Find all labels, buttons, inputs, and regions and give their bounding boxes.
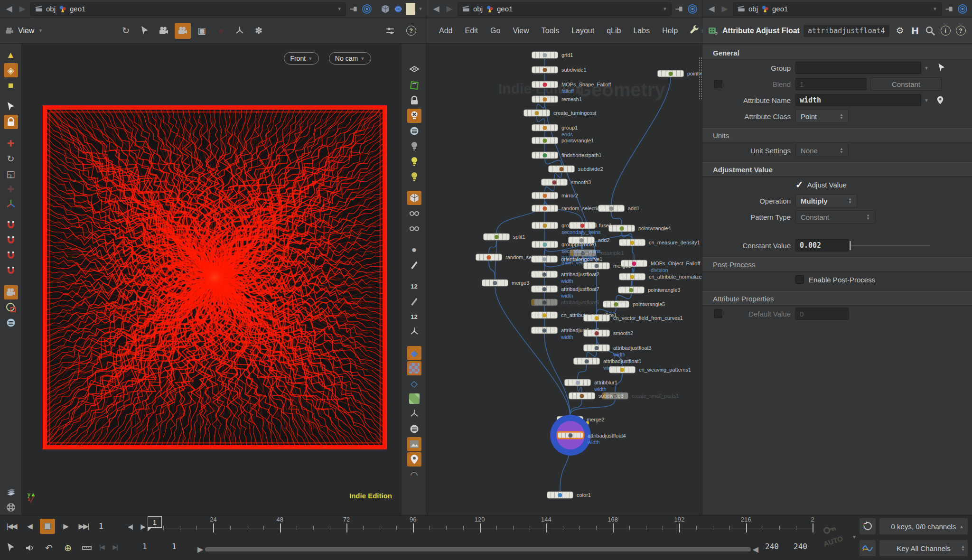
blend-mode-select[interactable]: Constant	[870, 77, 942, 91]
node-pointwrangle1[interactable]: pointwrangle1	[532, 137, 558, 144]
group-select-arrow-icon[interactable]	[936, 63, 947, 73]
breadcrumb[interactable]: obj geo1 ▼	[733, 2, 942, 16]
blend-field[interactable]: 1	[795, 78, 867, 90]
enable-post-process-checkbox[interactable]	[795, 275, 804, 284]
breadcrumb[interactable]: obj geo1 ▼	[458, 2, 672, 16]
flipbook-camera-icon[interactable]	[175, 23, 191, 39]
view-lock-icon[interactable]	[407, 93, 421, 108]
node-cn_vector_field_from_curves1[interactable]: cn_vector_field_from_curves1	[583, 315, 610, 322]
axis-triad-icon[interactable]	[4, 197, 18, 211]
marker-pen-icon[interactable]	[407, 258, 421, 272]
snap-grid-magnet-icon[interactable]	[4, 218, 18, 233]
view-pane-icon[interactable]	[5, 26, 14, 36]
arc-handle-icon[interactable]: ◠	[407, 467, 421, 482]
stop-button[interactable]	[40, 519, 55, 534]
node-remesh1[interactable]: remesh1	[532, 96, 558, 103]
autokey-dropdown-icon[interactable]: ▼	[852, 534, 857, 540]
high-quality-light-icon[interactable]	[407, 154, 421, 168]
node-merge1[interactable]: merge1	[583, 262, 610, 270]
display-options-icon[interactable]: ✽	[251, 23, 267, 39]
point-display-icon[interactable]: ●	[407, 243, 421, 257]
range-start-field[interactable]: 1	[142, 542, 147, 551]
node-random_selection2[interactable]: random_selection2	[476, 254, 502, 261]
menu-item-edit[interactable]: Edit	[459, 25, 483, 37]
playhead-flag[interactable]: 1	[148, 516, 162, 528]
nav-forward-icon[interactable]: ▶	[720, 4, 730, 14]
node-random_selection1[interactable]: random_selection1	[532, 205, 558, 212]
display-material-icon[interactable]	[407, 191, 421, 205]
node-grouppromote1[interactable]: grouppromote1secondary_veins, primary_ve…	[532, 241, 558, 248]
node-mirror2[interactable]: mirror2	[532, 192, 558, 199]
constant-value-field[interactable]: 0.002	[795, 239, 849, 252]
menu-item-add[interactable]: Add	[434, 25, 458, 37]
nav-back-icon[interactable]: ◀	[431, 4, 441, 14]
dim-handles-icon[interactable]: ✚	[4, 182, 18, 196]
uv-checker-icon[interactable]	[407, 361, 421, 375]
patch-display-icon[interactable]	[407, 392, 421, 406]
pan-camera-icon[interactable]	[156, 23, 172, 39]
view-rotate-frame-icon[interactable]	[407, 78, 421, 93]
node-grid1[interactable]: grid1	[532, 52, 558, 59]
scene-viewport[interactable]: Front▼ No cam▼ Indie Edition y▲ x╱	[22, 44, 401, 515]
help-icon[interactable]: ?	[403, 23, 419, 39]
link-target-icon[interactable]	[957, 3, 968, 15]
render-region-icon[interactable]	[4, 300, 18, 315]
pin-pane-icon[interactable]	[944, 4, 954, 14]
menu-item-tools[interactable]: Tools	[536, 25, 564, 37]
node-MOPs_Shape_Falloff[interactable]: MOPs_Shape_Fallofffalloff	[532, 81, 558, 88]
help-icon[interactable]: ?	[954, 24, 967, 37]
section-attribute-properties[interactable]: Attribute Properties	[702, 291, 972, 306]
shelf-books-icon[interactable]	[4, 485, 18, 499]
node-pointwrangle3[interactable]: pointwrangle3	[618, 287, 645, 294]
next-key-button[interactable]: ▶|	[107, 539, 122, 554]
link-target-icon[interactable]	[687, 3, 698, 15]
headlight-icon[interactable]	[407, 124, 421, 138]
pin-pane-icon[interactable]	[674, 4, 684, 14]
search-icon[interactable]	[924, 24, 937, 37]
jump-end-button[interactable]: ▶▶|	[76, 519, 91, 534]
stereo-play-icon[interactable]	[407, 221, 421, 235]
keys-status-button[interactable]: 0 keys, 0/0 channels ▲	[879, 518, 968, 535]
breadcrumb[interactable]: obj geo1 ▼	[30, 2, 346, 16]
node-merge3[interactable]: merge3	[482, 280, 508, 287]
menu-item-go[interactable]: Go	[485, 25, 505, 37]
operation-select[interactable]: Multiply	[795, 194, 857, 207]
node-groupcombine1[interactable]: groupcombine1secondary_veins	[532, 222, 558, 229]
snap-curve-magnet-icon[interactable]	[4, 233, 18, 248]
group-dropdown-icon[interactable]: ▼	[924, 65, 929, 71]
secure-selection-icon[interactable]	[4, 115, 18, 129]
node-attribadjustfloat3[interactable]: attribadjustfloat3width	[583, 345, 610, 352]
menu-item-qlib[interactable]: qLib	[601, 25, 626, 37]
current-tool-icon[interactable]: ◈	[4, 63, 18, 77]
node-fuse1[interactable]: fuse1	[569, 222, 596, 229]
breadcrumb-node[interactable]: geo1	[70, 5, 85, 13]
vector-tripod-icon[interactable]	[407, 407, 421, 421]
node-attribadjustfloat5[interactable]: attribadjustfloat5	[531, 299, 558, 306]
current-frame-field[interactable]: 1	[99, 522, 103, 531]
jump-start-button[interactable]: |◀◀	[4, 519, 19, 534]
houdini-logo-icon[interactable]: H	[908, 24, 922, 37]
path-dropdown-icon[interactable]: ▼	[337, 6, 342, 11]
range-slider-left-handle[interactable]: ▶	[197, 545, 203, 554]
node-attribadjustfloat2[interactable]: attribadjustfloat2width	[531, 271, 558, 278]
select-tool-icon[interactable]	[4, 100, 18, 114]
range-start-value[interactable]: 1	[172, 542, 177, 551]
node-add1[interactable]: add1	[598, 205, 625, 212]
node-color1[interactable]: color1	[547, 492, 573, 499]
section-adjustment-value[interactable]: Adjustment Value	[702, 162, 972, 177]
pane-cube-icon[interactable]	[380, 4, 391, 14]
view-axis-button[interactable]: Front▼	[284, 52, 319, 65]
node-attribadjustfloat4[interactable]: attribadjustfloat4width	[557, 432, 584, 439]
constant-value-slider[interactable]	[850, 245, 930, 246]
view-pane-dropdown-icon[interactable]: ▼	[38, 28, 43, 33]
view-pane-label[interactable]: View	[18, 27, 34, 35]
attrname-picker-icon[interactable]	[935, 95, 945, 105]
swatch-dropdown-icon[interactable]: ▼	[418, 6, 423, 11]
range-slider[interactable]: ▶ ◀	[205, 547, 751, 551]
attrname-dropdown-icon[interactable]: ▼	[924, 98, 929, 103]
visualizer-pin-icon[interactable]	[407, 452, 421, 467]
breadcrumb-context[interactable]: obj	[473, 5, 483, 13]
viewer-camera-icon[interactable]	[4, 285, 18, 299]
disable-lighting-icon[interactable]	[407, 109, 421, 123]
snap-point-magnet-icon[interactable]	[4, 249, 18, 263]
